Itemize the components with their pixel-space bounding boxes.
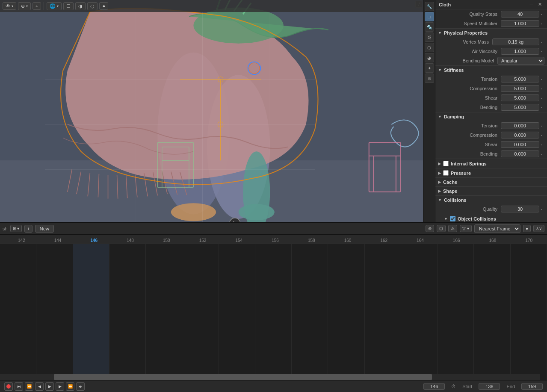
stiffness-title: Stiffness — [444, 68, 464, 73]
speed-multiplier-dot: • — [541, 22, 544, 25]
stiffness-compression-input[interactable] — [501, 85, 539, 92]
timeline-content[interactable] — [0, 244, 547, 380]
end-label: End — [506, 384, 515, 389]
object-collisions-header[interactable]: ▼ Object Collisions — [440, 215, 544, 222]
physical-properties-header[interactable]: ▼ Physical Properties — [435, 29, 547, 37]
nearest-frame-select[interactable]: Nearest Frame — [474, 224, 520, 233]
next-keyframe-btn[interactable]: ⏩ — [66, 382, 74, 391]
internal-springs-checkbox[interactable] — [443, 161, 449, 166]
air-viscosity-input[interactable] — [501, 48, 539, 55]
ruler-tick-154: 154 — [221, 238, 257, 243]
stiffness-section: ▼ Stiffness Tension • Compression • Shea… — [435, 65, 547, 112]
stiffness-header[interactable]: ▼ Stiffness — [435, 66, 547, 74]
shading-wire-btn[interactable]: ☐ — [63, 2, 74, 10]
cloth-close-btn[interactable]: ✕ — [536, 2, 544, 7]
current-frame-indicator[interactable] — [423, 383, 445, 390]
vertex-mass-label: Vertex Mass — [442, 39, 492, 44]
stiffness-tension-label: Tension — [442, 77, 501, 82]
timeline-add-btn[interactable]: + — [24, 225, 32, 233]
cache-arrow: ▶ — [438, 180, 441, 184]
shading-solid-btn[interactable]: ◑ — [75, 2, 86, 10]
jump-start-btn[interactable]: ⏮ — [15, 382, 23, 391]
prev-frame-btn[interactable]: ◀ — [35, 382, 44, 391]
speed-multiplier-input[interactable] — [501, 20, 539, 27]
normalise-btn[interactable]: ∧∨ — [533, 225, 544, 232]
add-btn[interactable]: + — [33, 2, 41, 10]
collisions-header[interactable]: ▼ Collisions — [435, 196, 547, 204]
bending-model-select[interactable]: Angular Linear — [497, 57, 544, 65]
stiffness-shear-input[interactable] — [501, 94, 539, 101]
material-icon-btn[interactable]: ◕ — [425, 53, 434, 62]
damping-shear-input[interactable] — [501, 141, 539, 148]
physics-icon-btn[interactable]: ⊙ — [425, 74, 434, 83]
data-icon-btn[interactable]: ⬡ — [425, 43, 434, 52]
snapping-type-btn[interactable]: ● — [523, 225, 531, 232]
timeline-view-btn[interactable]: ⊞ ▾ — [10, 225, 22, 232]
ruler-tick-156: 156 — [257, 238, 293, 243]
stiffness-tension-input[interactable] — [501, 76, 539, 83]
collisions-quality-dot: • — [541, 207, 544, 211]
pressure-section: ▶ Pressure — [435, 168, 547, 177]
shape-header[interactable]: ▶ Shape — [435, 187, 547, 195]
particles-icon-btn[interactable]: ✦ — [425, 63, 434, 73]
end-frame-input[interactable] — [521, 383, 543, 390]
stiffness-shear-dot: • — [541, 96, 544, 100]
tl-col-148 — [109, 244, 146, 380]
internal-springs-header[interactable]: ▶ Internal Springs — [435, 159, 547, 168]
damping-header[interactable]: ▼ Damping — [435, 112, 547, 121]
damping-tension-dot: • — [541, 124, 544, 127]
damping-compression-input[interactable] — [501, 132, 539, 139]
filter-funnel-btn[interactable]: ▽ ▾ — [460, 225, 472, 232]
collisions-section: ▼ Collisions Quality • ▼ Object Collisio… — [435, 195, 547, 222]
damping-bending-input[interactable] — [501, 150, 539, 157]
tools-icon-btn[interactable]: 🔧 — [425, 2, 434, 11]
shape-section: ▶ Shape — [435, 186, 547, 195]
damping-compression-row: Compression • — [435, 130, 547, 140]
object-collisions-checkbox[interactable] — [450, 216, 455, 221]
timeline-header: sh ⊞ ▾ + New ⊛ ⬡ ⚠ ▽ ▾ Nearest Frame ● ∧… — [0, 223, 547, 235]
pressure-header[interactable]: ▶ Pressure — [435, 168, 547, 177]
timeline-scrollbar-h[interactable] — [0, 374, 540, 380]
damping-compression-label: Compression — [442, 133, 501, 138]
shading-material-btn[interactable]: ◌ — [87, 2, 98, 10]
collisions-arrow: ▼ — [438, 198, 442, 202]
cloth-minimize-btn[interactable]: ─ — [528, 2, 535, 7]
quality-steps-input[interactable] — [501, 11, 539, 18]
filter-warning-btn[interactable]: ⚠ — [448, 225, 457, 232]
prev-keyframe-btn[interactable]: ⏪ — [25, 382, 33, 391]
viewport-3d[interactable]: 👁 ▾ ⊕ ▾ + 🌐 ▾ ☐ ◑ ◌ ● — [0, 0, 423, 222]
tl-col-150 — [146, 244, 182, 380]
playback-controls: ⏮ ⏪ ◀ ▶ ▶ ⏩ ⏭ — [4, 382, 85, 391]
pressure-checkbox[interactable] — [443, 170, 449, 176]
cache-title: Cache — [443, 180, 457, 185]
play-btn[interactable]: ▶ — [45, 382, 54, 391]
shading-render-btn[interactable]: ● — [99, 2, 108, 10]
internal-springs-section: ▶ Internal Springs — [435, 159, 547, 168]
stiffness-bending-label: Bending — [442, 105, 501, 110]
view-menu-btn[interactable]: 👁 ▾ — [3, 2, 16, 10]
modifier-icon-btn[interactable]: 🔩 — [425, 22, 434, 32]
object-collisions-sub: ▼ Object Collisions Distance • Impulse C… — [435, 214, 547, 222]
damping-shear-row: Shear • — [435, 140, 547, 149]
start-frame-input[interactable] — [479, 383, 500, 390]
timeline-scrollbar-thumb[interactable] — [54, 374, 432, 380]
cache-section: ▶ Cache — [435, 177, 547, 186]
vertex-mass-input[interactable] — [492, 38, 539, 45]
collisions-quality-input[interactable] — [501, 206, 539, 212]
overlay-btn[interactable]: 🌐 ▾ — [47, 2, 62, 10]
cache-header[interactable]: ▶ Cache — [435, 178, 547, 186]
damping-tension-input[interactable] — [501, 122, 539, 129]
record-btn[interactable] — [4, 382, 13, 391]
viewport-canvas[interactable]: ╱ — [0, 0, 423, 222]
timeline-new-btn[interactable]: New — [35, 225, 54, 233]
next-frame-btn[interactable]: ▶ — [56, 382, 64, 391]
constraints-icon-btn[interactable]: ⛓ — [425, 32, 434, 42]
jump-end-btn[interactable]: ⏭ — [76, 382, 85, 391]
stiffness-bending-input[interactable] — [501, 104, 539, 111]
object-icon-btn[interactable]: □ — [425, 12, 434, 21]
filter-view-btn[interactable]: ⬡ — [437, 225, 446, 232]
speed-multiplier-row: Speed Multiplier • — [435, 19, 547, 28]
collisions-quality-row: Quality • — [435, 204, 547, 214]
snap-btn[interactable]: ⊛ — [426, 225, 434, 232]
select-mode-btn[interactable]: ⊕ ▾ — [18, 2, 31, 10]
